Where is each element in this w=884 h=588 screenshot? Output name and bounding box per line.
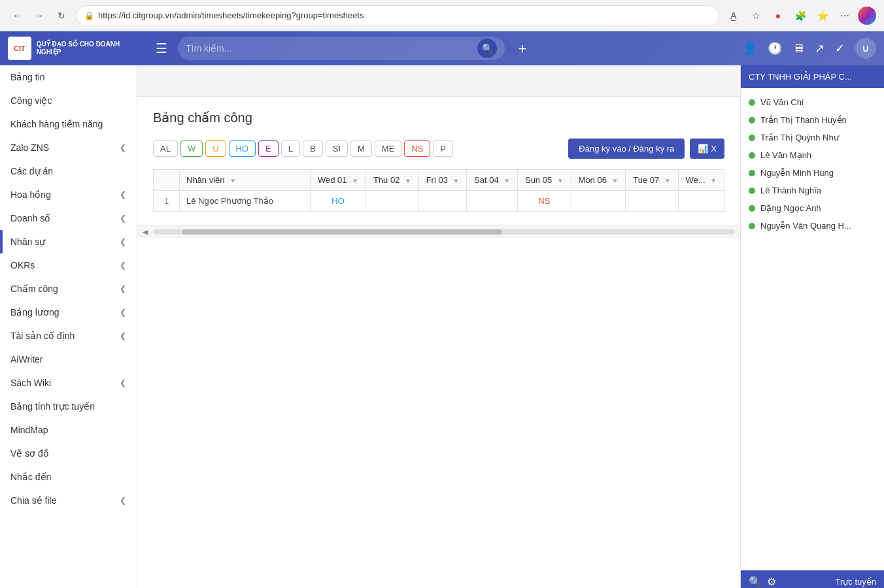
extension-btn-2[interactable]: 🧩 — [791, 7, 809, 25]
read-mode-button[interactable]: A̲ — [724, 7, 743, 25]
sidebar-label: Vẽ sơ đồ — [10, 448, 49, 459]
profile-button[interactable] — [858, 7, 876, 25]
user-name: Nguyễn Minh Hùng — [760, 168, 834, 178]
row-num: 1 — [154, 191, 180, 212]
sidebar-label: Doanh số — [10, 213, 50, 223]
sidebar: Bảng tin Công việc Khách hàng tiềm năng … — [0, 65, 137, 588]
sidebar-item-sach-wiki[interactable]: Sách Wiki ❮ — [0, 371, 137, 395]
sidebar-item-nhac-den[interactable]: Nhắc đến — [0, 465, 137, 489]
filter-icon[interactable]: ▼ — [557, 177, 564, 184]
sidebar-item-doanh-so[interactable]: Doanh số ❮ — [0, 206, 137, 230]
reload-button[interactable]: ↻ — [52, 7, 71, 25]
url-text: https://id.citgroup.vn/admin/timesheets/… — [98, 10, 364, 20]
filter-icon[interactable]: ▼ — [352, 177, 358, 184]
page-title: Bảng chấm công — [153, 110, 724, 125]
sidebar-item-bang-luong[interactable]: Bảng lương ❮ — [0, 301, 137, 324]
sidebar-item-bang-tin[interactable]: Bảng tin — [0, 65, 137, 89]
search-input[interactable] — [186, 43, 472, 54]
cell-thu02 — [366, 191, 419, 212]
timesheet-table: Nhân viên ▼ Wed 01 ▼ Thu 02 ▼ Fri 03 ▼ — [153, 169, 724, 212]
hamburger-menu[interactable]: ☰ — [153, 38, 170, 59]
filter-icon[interactable]: ▼ — [230, 177, 236, 184]
history-button[interactable]: 🕐 — [768, 41, 782, 56]
filter-icon[interactable]: ▼ — [664, 177, 671, 184]
scrollbar-track — [153, 229, 735, 235]
filter-icon[interactable]: ▼ — [405, 177, 411, 184]
chevron-icon: ❮ — [120, 190, 126, 199]
sidebar-item-ve-so-do[interactable]: Vẽ sơ đồ — [0, 442, 137, 465]
filter-icon[interactable]: ▼ — [612, 177, 619, 184]
sidebar-item-aiwriter[interactable]: AiWriter — [0, 348, 137, 371]
sidebar-item-khach-hang[interactable]: Khách hàng tiềm năng — [0, 112, 137, 136]
favorite-button[interactable]: ☆ — [747, 7, 765, 25]
sidebar-item-okrs[interactable]: OKRs ❮ — [0, 253, 137, 277]
sidebar-item-chia-se[interactable]: Chia sẻ file ❮ — [0, 489, 137, 512]
collection-button[interactable]: ⭐ — [813, 7, 832, 25]
online-dot — [749, 205, 755, 212]
legend-ho[interactable]: HO — [229, 140, 256, 157]
scrollbar-thumb[interactable] — [182, 229, 503, 235]
chevron-icon: ❮ — [120, 284, 126, 293]
sidebar-item-cong-viec[interactable]: Công việc — [0, 89, 137, 112]
top-bar-right: 👤 🕐 🖥 ↗ ✓ U — [743, 38, 876, 59]
sidebar-item-tai-san[interactable]: Tài sản cố định ❮ — [0, 324, 137, 348]
col-fri03: Fri 03 ▼ — [418, 170, 466, 191]
register-button[interactable]: Đăng ký vào / Đăng ký ra — [568, 139, 685, 159]
sidebar-label: Các dự án — [10, 166, 53, 176]
sidebar-item-cham-cong[interactable]: Chấm công ❮ — [0, 277, 137, 301]
share-button[interactable]: ↗ — [815, 41, 824, 56]
legend-l[interactable]: L — [281, 140, 300, 157]
footer-status: Trực tuyến — [836, 577, 876, 587]
legend-m[interactable]: M — [350, 140, 372, 157]
search-button[interactable]: 🔍 — [477, 39, 497, 58]
export-button[interactable]: 📊 X — [690, 139, 724, 159]
sidebar-item-hoa-hong[interactable]: Hoa hồng ❮ — [0, 183, 137, 206]
screen-share-button[interactable]: 🖥 — [792, 42, 804, 56]
search-footer-button[interactable]: 🔍 — [749, 576, 762, 588]
browser-chrome: ← → ↻ 🔒 https://id.citgroup.vn/admin/tim… — [0, 0, 884, 31]
logo-icon: CIT — [8, 37, 31, 60]
address-bar[interactable]: 🔒 https://id.citgroup.vn/admin/timesheet… — [76, 5, 719, 26]
legend-e[interactable]: E — [258, 140, 279, 157]
legend-actions: Đăng ký vào / Đăng ký ra 📊 X — [568, 139, 724, 159]
user-name: Lê Văn Mạnh — [760, 150, 811, 160]
online-item: Nguyễn Văn Quang H... — [741, 217, 884, 235]
legend-si[interactable]: SI — [326, 140, 348, 157]
chevron-icon: ❮ — [120, 261, 126, 270]
online-dot — [749, 99, 755, 106]
user-name: Đặng Ngọc Anh — [760, 203, 821, 213]
filter-icon[interactable]: ▼ — [503, 177, 510, 184]
scroll-left-btn[interactable]: ◂ — [143, 225, 148, 238]
sidebar-item-mindmap[interactable]: MindMap — [0, 418, 137, 442]
add-button[interactable]: ＋ — [513, 36, 532, 61]
settings-footer-button[interactable]: ⚙ — [767, 576, 776, 588]
sidebar-label: Zalo ZNS — [10, 142, 49, 153]
right-panel-header: CTY TNHH GIẢI PHÁP C... — [741, 65, 884, 88]
forward-button[interactable]: → — [30, 7, 48, 25]
check-button[interactable]: ✓ — [835, 41, 845, 56]
user-icon-button[interactable]: 👤 — [743, 41, 757, 56]
more-button[interactable]: ⋯ — [836, 7, 854, 25]
user-name: Lê Thành Nghĩa — [760, 186, 821, 195]
sidebar-label: Bảng tính trực tuyến — [10, 401, 95, 412]
extension-btn-1[interactable]: ● — [769, 7, 787, 25]
sidebar-item-nhan-su[interactable]: Nhân sự ❮ — [0, 230, 137, 253]
legend-row: AL W U HO E L B SI M ME NS P Đăng ký vào… — [153, 139, 724, 159]
sidebar-item-zalo[interactable]: Zalo ZNS ❮ — [0, 136, 137, 159]
legend-u[interactable]: U — [205, 140, 226, 157]
filter-icon[interactable]: ▼ — [452, 177, 459, 184]
secure-icon: 🔒 — [84, 11, 94, 20]
filter-icon[interactable]: ▼ — [710, 177, 717, 184]
legend-b[interactable]: B — [303, 140, 323, 157]
avatar[interactable]: U — [855, 38, 876, 59]
legend-me[interactable]: ME — [375, 140, 402, 157]
legend-ns[interactable]: NS — [404, 140, 430, 157]
legend-w[interactable]: W — [180, 140, 203, 157]
horizontal-scrollbar[interactable]: ◂ — [137, 225, 740, 238]
back-button[interactable]: ← — [8, 7, 26, 25]
legend-al[interactable]: AL — [153, 140, 178, 157]
sidebar-item-bang-tinh[interactable]: Bảng tính trực tuyến — [0, 395, 137, 418]
logo-text-short: CIT — [14, 44, 26, 52]
sidebar-item-du-an[interactable]: Các dự án — [0, 159, 137, 183]
legend-p[interactable]: P — [433, 140, 453, 157]
